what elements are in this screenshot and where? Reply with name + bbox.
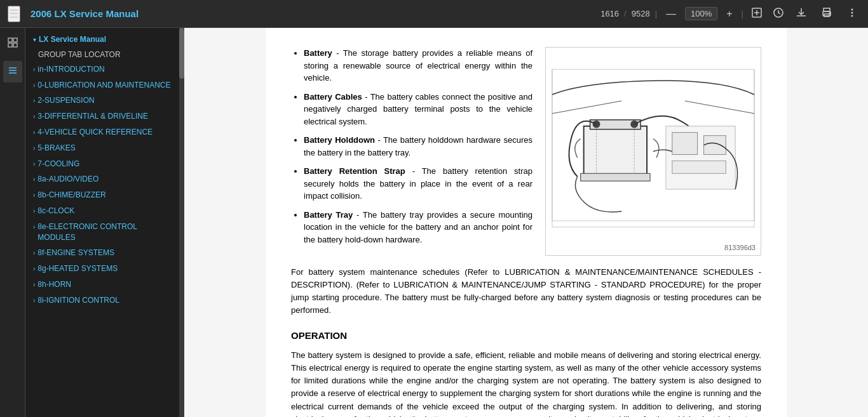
sidebar-item-chime[interactable]: › 8b-CHIME/BUZZER xyxy=(25,187,179,203)
list-item-battery: Battery - The storage battery provides a… xyxy=(304,47,532,84)
sidebar-item-ecm[interactable]: › 8e-ELECTRONIC CONTROL MODULES xyxy=(25,219,179,246)
sidebar-item-suspension[interactable]: › 2-SUSPENSION xyxy=(25,93,179,109)
battery-image: 813396d3 xyxy=(545,47,761,256)
chevron-icon: › xyxy=(33,96,35,105)
content-area[interactable]: Battery - The storage battery provides a… xyxy=(184,28,868,417)
sidebar-content[interactable]: ▾ LX Service Manual GROUP TAB LOCATOR › … xyxy=(25,28,179,417)
chevron-icon: › xyxy=(33,65,35,74)
topbar: ☰ 2006 LX Service Manual 1616 / 9528 | —… xyxy=(0,0,868,28)
chevron-icon: › xyxy=(33,160,35,169)
term-holddown: Battery Holddown xyxy=(304,135,375,145)
sidebar-item-label: 0-LUBRICATION AND MAINTENANCE xyxy=(37,80,170,91)
topbar-center: 1616 / 9528 | — 100% + | xyxy=(600,4,787,23)
svg-rect-28 xyxy=(704,136,726,155)
more-button[interactable] xyxy=(844,4,860,23)
sidebar-root-item[interactable]: ▾ LX Service Manual xyxy=(25,32,179,48)
chevron-icon: › xyxy=(33,81,35,90)
sidebar-item-ignition[interactable]: › 8i-IGNITION CONTROL xyxy=(25,293,179,308)
toc-view-button[interactable] xyxy=(3,61,22,83)
svg-point-7 xyxy=(851,11,853,13)
svg-rect-29 xyxy=(672,161,726,173)
chevron-icon: › xyxy=(33,191,35,200)
operation-para: The battery system is designed to provid… xyxy=(291,349,761,417)
sidebar-item-heated[interactable]: › 8g-HEATED SYSTEMS xyxy=(25,261,179,277)
sidebar-group-tab[interactable]: GROUP TAB LOCATOR xyxy=(25,48,179,62)
sidebar-item-label: 3-DIFFERENTIAL & DRIVELINE xyxy=(37,111,148,122)
sidebar-item-label: 8i-IGNITION CONTROL xyxy=(37,295,119,306)
list-item-holddown: Battery Holddown - The battery holddown … xyxy=(304,134,532,159)
chevron-icon: › xyxy=(33,223,35,232)
sidebar-item-label: 2-SUSPENSION xyxy=(37,95,94,106)
svg-rect-27 xyxy=(672,133,698,155)
zoom-out-button[interactable]: — xyxy=(662,7,680,21)
svg-rect-11 xyxy=(8,43,12,47)
svg-rect-4 xyxy=(824,14,829,17)
print-button[interactable] xyxy=(818,4,835,23)
sidebar-item-label: 8e-ELECTRONIC CONTROL MODULES xyxy=(37,222,174,243)
svg-rect-10 xyxy=(13,38,17,42)
chevron-icon: › xyxy=(33,281,35,289)
sidebar-item-cooling[interactable]: › 7-COOLING xyxy=(25,156,179,172)
sidebar-icons xyxy=(0,28,25,417)
sidebar-item-label: 5-BRAKES xyxy=(37,143,75,154)
sidebar-item-label: 8g-HEATED SYSTEMS xyxy=(37,263,118,274)
page-current: 1616 xyxy=(600,9,619,18)
zoom-in-button[interactable]: + xyxy=(722,7,736,21)
sidebar-wrapper: ▾ LX Service Manual GROUP TAB LOCATOR › … xyxy=(0,28,184,417)
sidebar-item-label: 8h-HORN xyxy=(37,279,71,290)
chevron-icon: › xyxy=(33,265,35,274)
topbar-right xyxy=(793,4,860,23)
svg-point-8 xyxy=(851,15,853,17)
svg-point-6 xyxy=(851,8,853,10)
term-tray: Battery Tray xyxy=(304,210,353,220)
root-chevron: ▾ xyxy=(33,36,36,44)
chevron-icon: › xyxy=(33,296,35,305)
term-battery: Battery xyxy=(304,48,332,58)
thumbnail-view-button[interactable] xyxy=(3,33,22,55)
menu-icon[interactable]: ☰ xyxy=(8,6,20,22)
term-strap: Battery Retention Strap xyxy=(304,166,405,176)
page-title: 2006 LX Service Manual xyxy=(31,8,594,19)
chevron-icon: › xyxy=(33,112,35,121)
download-button[interactable] xyxy=(793,4,810,23)
sidebar-item-label: 7-COOLING xyxy=(37,159,79,169)
page-sep: / xyxy=(624,9,627,18)
svg-rect-19 xyxy=(584,126,647,177)
sidebar-scrollbar[interactable] xyxy=(179,28,184,417)
maintenance-para: For battery system maintenance schedules… xyxy=(291,266,761,317)
sidebar-item-vehicle-quick[interactable]: › 4-VEHICLE QUICK REFERENCE xyxy=(25,124,179,140)
fit-page-button[interactable] xyxy=(749,4,765,23)
sidebar-item-audio[interactable]: › 8a-AUDIO/VIDEO xyxy=(25,171,179,187)
sidebar-item-horn[interactable]: › 8h-HORN xyxy=(25,277,179,293)
sidebar-item-lubrication[interactable]: › 0-LUBRICATION AND MAINTENANCE xyxy=(25,77,179,93)
history-button[interactable] xyxy=(770,4,787,23)
sidebar-scroll-thumb[interactable] xyxy=(179,28,184,79)
content-row: Battery - The storage battery provides a… xyxy=(291,47,761,256)
chevron-icon: › xyxy=(33,207,35,216)
sidebar-item-label: in-INTRODUCTION xyxy=(37,64,104,75)
desc-battery: - The storage battery provides a reliabl… xyxy=(304,48,532,83)
svg-rect-25 xyxy=(581,173,650,181)
sidebar-item-brakes[interactable]: › 5-BRAKES xyxy=(25,140,179,156)
sidebar-item-introduction[interactable]: › in-INTRODUCTION xyxy=(25,62,179,77)
svg-point-5 xyxy=(829,13,831,14)
chevron-icon: › xyxy=(33,128,35,137)
sidebar-item-engine-systems[interactable]: › 8f-ENGINE SYSTEMS xyxy=(25,245,179,261)
sidebar-item-label: 8c-CLOCK xyxy=(37,206,74,216)
main-layout: ▾ LX Service Manual GROUP TAB LOCATOR › … xyxy=(0,28,868,417)
operation-heading: OPERATION xyxy=(291,329,761,343)
list-item-cables: Battery Cables - The battery cables conn… xyxy=(304,91,532,128)
sidebar-item-label: 4-VEHICLE QUICK REFERENCE xyxy=(37,127,153,138)
page-content: Battery - The storage battery provides a… xyxy=(266,28,787,417)
sidebar-item-clock[interactable]: › 8c-CLOCK xyxy=(25,203,179,219)
bullet-list: Battery - The storage battery provides a… xyxy=(291,47,532,246)
chevron-icon: › xyxy=(33,144,35,153)
chevron-icon: › xyxy=(33,249,35,258)
sidebar-item-label: 8b-CHIME/BUZZER xyxy=(37,190,105,201)
list-item-tray: Battery Tray - The battery tray provides… xyxy=(304,209,532,246)
sidebar-item-differential[interactable]: › 3-DIFFERENTIAL & DRIVELINE xyxy=(25,109,179,124)
battery-diagram-svg xyxy=(546,48,761,255)
page-total: 9528 xyxy=(632,9,650,18)
sidebar-item-label: 8a-AUDIO/VIDEO xyxy=(37,174,98,185)
chevron-icon: › xyxy=(33,175,35,184)
